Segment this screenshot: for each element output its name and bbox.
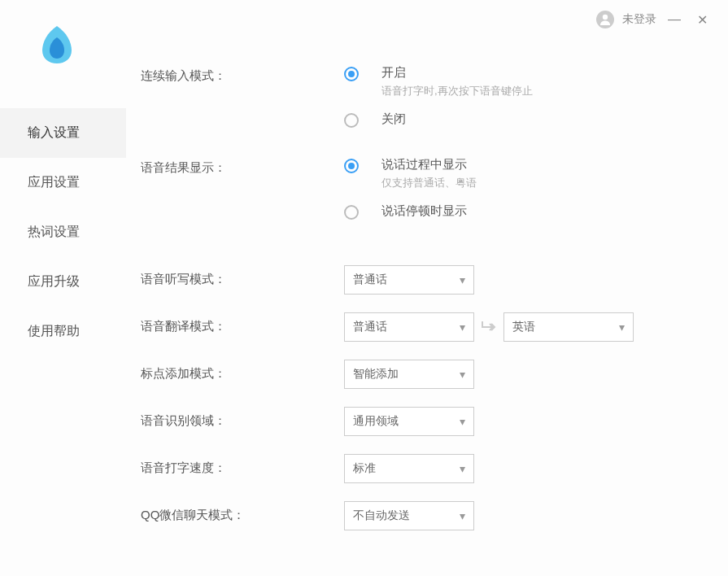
- row-voice-result: 语音结果显示： 说话过程中显示 仅支持普通话、粤语 说话停顿时显示: [141, 157, 704, 233]
- label-dictation-mode: 语音听写模式：: [141, 265, 344, 287]
- chevron-down-icon: ▾: [460, 462, 465, 475]
- nav-input-settings[interactable]: 输入设置: [0, 108, 126, 158]
- chevron-down-icon: ▾: [460, 509, 465, 522]
- radio-icon: [344, 113, 359, 128]
- login-status[interactable]: 未登录: [622, 12, 656, 27]
- radio-icon: [344, 67, 359, 81]
- chevron-down-icon: ▾: [460, 368, 465, 381]
- select-value: 普通话: [353, 273, 387, 287]
- nav-label: 输入设置: [28, 125, 80, 139]
- radio-subtitle: 仅支持普通话、粤语: [381, 176, 477, 190]
- select-value: 普通话: [353, 320, 387, 334]
- svg-point-0: [603, 15, 608, 20]
- row-typing-speed: 语音打字速度： 标准 ▾: [141, 454, 704, 483]
- row-recognition-domain: 语音识别领域： 通用领域 ▾: [141, 407, 704, 436]
- label-translation-mode: 语音翻译模式：: [141, 312, 344, 334]
- row-punctuation-mode: 标点添加模式： 智能添加 ▾: [141, 360, 704, 389]
- select-value: 英语: [512, 320, 535, 334]
- radio-continuous-off[interactable]: 关闭: [344, 111, 704, 128]
- select-translation-from[interactable]: 普通话 ▾: [344, 312, 474, 342]
- chevron-down-icon: ▾: [619, 321, 625, 334]
- main-panel: 未登录 — ✕ 连续输入模式： 开启 语音打字时,再次按下语音键停止 关闭: [126, 0, 728, 576]
- nav-hotword-settings[interactable]: 热词设置: [0, 207, 126, 257]
- radio-title: 说话停顿时显示: [381, 203, 467, 219]
- sidebar: 输入设置 应用设置 热词设置 应用升级 使用帮助: [0, 0, 126, 576]
- select-translation-to[interactable]: 英语 ▾: [503, 312, 634, 342]
- label-recognition-domain: 语音识别领域：: [141, 407, 344, 429]
- label-continuous-input: 连续输入模式：: [141, 65, 344, 84]
- select-punctuation-mode[interactable]: 智能添加 ▾: [344, 360, 474, 389]
- radio-subtitle: 语音打字时,再次按下语音键停止: [381, 84, 533, 98]
- select-recognition-domain[interactable]: 通用领域 ▾: [344, 407, 474, 436]
- radio-result-pause[interactable]: 说话停顿时显示: [344, 203, 704, 220]
- nav-label: 应用升级: [28, 274, 80, 288]
- nav-app-settings[interactable]: 应用设置: [0, 158, 126, 207]
- app-logo: [0, 24, 126, 108]
- select-value: 通用领域: [353, 414, 399, 429]
- label-voice-result: 语音结果显示：: [141, 157, 344, 176]
- chevron-down-icon: ▾: [460, 415, 465, 428]
- nav-help[interactable]: 使用帮助: [0, 307, 126, 356]
- nav-label: 使用帮助: [28, 324, 80, 338]
- nav-app-upgrade[interactable]: 应用升级: [0, 257, 126, 307]
- chevron-down-icon: ▾: [460, 321, 465, 334]
- close-button[interactable]: ✕: [692, 10, 712, 29]
- radio-title: 说话过程中显示: [381, 157, 477, 172]
- row-chat-mode: QQ微信聊天模式： 不自动发送 ▾: [141, 501, 704, 530]
- select-dictation-mode[interactable]: 普通话 ▾: [344, 265, 474, 295]
- minimize-button[interactable]: —: [665, 10, 684, 29]
- radio-icon: [344, 159, 359, 173]
- radio-icon: [344, 205, 359, 220]
- select-typing-speed[interactable]: 标准 ▾: [344, 454, 474, 483]
- label-typing-speed: 语音打字速度：: [141, 454, 344, 476]
- radio-result-during[interactable]: 说话过程中显示 仅支持普通话、粤语: [344, 157, 704, 190]
- radio-title: 开启: [381, 65, 533, 81]
- arrow-right-icon: [474, 321, 503, 333]
- select-chat-mode[interactable]: 不自动发送 ▾: [344, 501, 474, 530]
- row-dictation-mode: 语音听写模式： 普通话 ▾: [141, 265, 704, 295]
- select-value: 不自动发送: [353, 508, 410, 523]
- nav-label: 应用设置: [28, 175, 80, 189]
- nav-label: 热词设置: [28, 225, 80, 238]
- chevron-down-icon: ▾: [460, 273, 465, 286]
- select-value: 标准: [353, 461, 376, 476]
- settings-content: 连续输入模式： 开启 语音打字时,再次按下语音键停止 关闭 语: [141, 0, 704, 530]
- radio-continuous-on[interactable]: 开启 语音打字时,再次按下语音键停止: [344, 65, 704, 98]
- row-continuous-input: 连续输入模式： 开启 语音打字时,再次按下语音键停止 关闭: [141, 65, 704, 141]
- select-value: 智能添加: [353, 367, 399, 382]
- avatar-icon[interactable]: [596, 11, 614, 28]
- label-punctuation-mode: 标点添加模式：: [141, 360, 344, 382]
- label-chat-mode: QQ微信聊天模式：: [141, 501, 344, 523]
- row-translation-mode: 语音翻译模式： 普通话 ▾ 英语 ▾: [141, 312, 704, 342]
- radio-title: 关闭: [381, 111, 406, 127]
- titlebar: 未登录 — ✕: [580, 0, 728, 39]
